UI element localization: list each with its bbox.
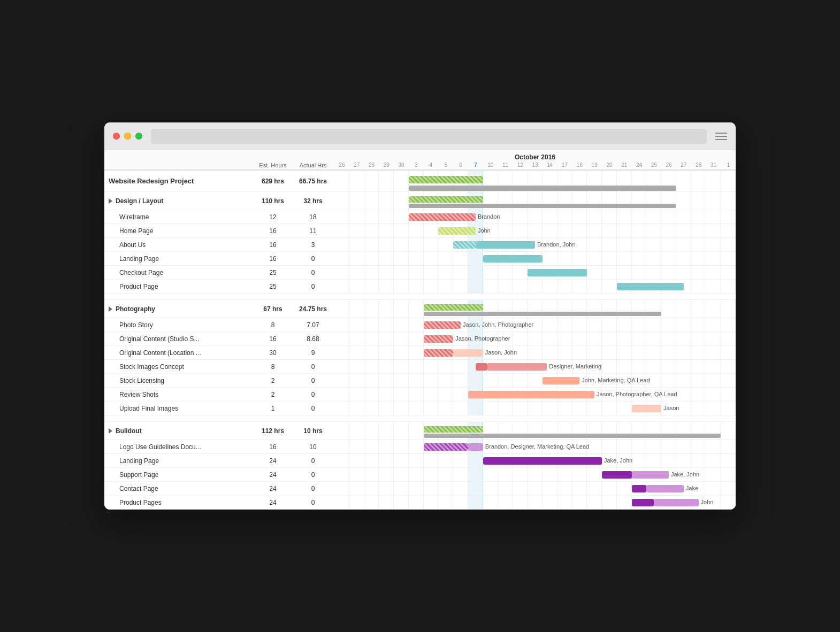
task-row: Product Page250 — [104, 280, 736, 294]
task-name: Buildout — [104, 422, 254, 440]
assignee-label: Brandon, Designer, Marketing, QA Lead — [485, 443, 589, 450]
actual-hours-cell: 9 — [292, 346, 334, 359]
menu-icon[interactable] — [715, 133, 727, 140]
task-row: Landing Page160 — [104, 252, 736, 266]
date-cell: 4 — [424, 162, 439, 169]
chart-area: Jason — [334, 402, 736, 415]
task-name-text: Landing Page — [119, 457, 159, 465]
task-name-text: Original Content (Studio S... — [119, 335, 199, 343]
assignee-label: Jake, John — [604, 457, 632, 464]
date-cell: 14 — [543, 162, 558, 169]
task-name: Contact Page — [104, 482, 254, 495]
est-hours-cell: 629 hrs — [254, 171, 292, 191]
assignee-label: Jason, Photographer — [455, 335, 510, 342]
task-row: About Us163Brandon, John — [104, 238, 736, 252]
close-button[interactable] — [113, 133, 120, 140]
est-hours-cell: 30 — [254, 346, 292, 359]
task-name: Wireframe — [104, 210, 254, 223]
task-name-text: Photography — [116, 305, 155, 313]
task-name: Landing Page — [104, 252, 254, 265]
task-row: Review Shots20Jason, Photographer, QA Le… — [104, 388, 736, 402]
task-name: Support Page — [104, 468, 254, 481]
chart-area: Jason, John, Photographer — [334, 318, 736, 332]
est-hours-cell: 110 hrs — [254, 192, 292, 210]
actual-hours-cell: 10 — [292, 440, 334, 453]
est-hours-cell: 24 — [254, 496, 292, 509]
est-hours-cell: 112 hrs — [254, 422, 292, 440]
date-cell: 20 — [602, 162, 617, 169]
main-content: Est. HoursActual HrsOctober 201626272829… — [104, 150, 736, 510]
actual-hours-cell: 0 — [292, 252, 334, 265]
task-row: Product Pages240John — [104, 496, 736, 510]
month-header: October 2016 — [334, 150, 736, 162]
section-row: Buildout112 hrs10 hrs — [104, 422, 736, 440]
chart-area — [334, 266, 736, 279]
actual-hours-cell: 18 — [292, 210, 334, 223]
task-row: Landing Page240Jake, John — [104, 454, 736, 468]
task-name: Review Shots — [104, 388, 254, 401]
est-hours-cell: 25 — [254, 266, 292, 279]
est-hours-cell: 25 — [254, 280, 292, 293]
date-cell: 27 — [349, 162, 364, 169]
task-name-text: Checkout Page — [119, 269, 163, 276]
date-cell: 18 — [572, 162, 587, 169]
address-bar[interactable] — [151, 129, 707, 144]
collapse-icon[interactable] — [109, 198, 112, 204]
collapse-icon[interactable] — [109, 306, 112, 312]
est-hours-cell: 24 — [254, 454, 292, 467]
date-cell: 28 — [691, 162, 706, 169]
task-row: Original Content (Location ...309Jason, … — [104, 346, 736, 360]
task-name: Upload Final Images — [104, 402, 254, 415]
chart-area: Jason, Photographer, QA Lead — [334, 388, 736, 401]
actual-hours-cell: 0 — [292, 454, 334, 467]
actual-hours-cell: 0 — [292, 402, 334, 415]
actual-hours-cell: 0 — [292, 266, 334, 279]
actual-hours-header: Actual Hrs — [292, 159, 334, 169]
task-name-text: Design / Layout — [116, 197, 163, 205]
date-cell: 11 — [498, 162, 513, 169]
task-row: Stock Images Concept80Designer, Marketin… — [104, 360, 736, 374]
est-hours-cell: 67 hrs — [254, 300, 292, 318]
task-name-text: Landing Page — [119, 255, 159, 263]
est-hours-cell: 16 — [254, 440, 292, 453]
task-name: Stock Licensing — [104, 374, 254, 387]
task-row: Checkout Page250 — [104, 266, 736, 280]
maximize-button[interactable] — [135, 133, 142, 140]
chart-area: Brandon, Designer, Marketing, QA Lead — [334, 440, 736, 453]
chart-area: John — [334, 496, 736, 509]
collapse-icon[interactable] — [109, 428, 112, 434]
task-name: Product Page — [104, 280, 254, 293]
traffic-lights — [113, 133, 142, 140]
date-cell: 19 — [587, 162, 602, 169]
task-name-text: Stock Images Concept — [119, 363, 184, 371]
chart-area — [334, 422, 736, 440]
date-cell: 28 — [364, 162, 379, 169]
task-name: Logo Use Guidelines Docu... — [104, 440, 254, 453]
est-hours-cell: 16 — [254, 224, 292, 237]
task-name: Checkout Page — [104, 266, 254, 279]
task-row: Home Page1611John — [104, 224, 736, 238]
date-cell: 12 — [513, 162, 528, 169]
assignee-label: Brandon — [478, 213, 500, 220]
chart-area: Jake — [334, 482, 736, 495]
actual-hours-cell: 0 — [292, 280, 334, 293]
est-hours-cell: 8 — [254, 318, 292, 332]
actual-hours-cell: 32 hrs — [292, 192, 334, 210]
est-hours-cell: 24 — [254, 482, 292, 495]
task-name: Original Content (Studio S... — [104, 332, 254, 345]
chart-area — [334, 171, 736, 191]
date-cell: 1 — [721, 162, 736, 169]
chart-area: Jake, John — [334, 454, 736, 467]
task-name-text: Review Shots — [119, 391, 158, 398]
assignee-label: Brandon, John — [537, 241, 576, 248]
est-hours-cell: 8 — [254, 360, 292, 373]
chart-area: Jake, John — [334, 468, 736, 481]
minimize-button[interactable] — [124, 133, 131, 140]
chart-area — [334, 192, 736, 210]
task-name: Photo Story — [104, 318, 254, 332]
task-row: Support Page240Jake, John — [104, 468, 736, 482]
task-name-text: Upload Final Images — [119, 405, 178, 412]
chart-area: Designer, Marketing — [334, 360, 736, 373]
date-cell: 26 — [661, 162, 676, 169]
task-row: Wireframe1218Brandon — [104, 210, 736, 224]
